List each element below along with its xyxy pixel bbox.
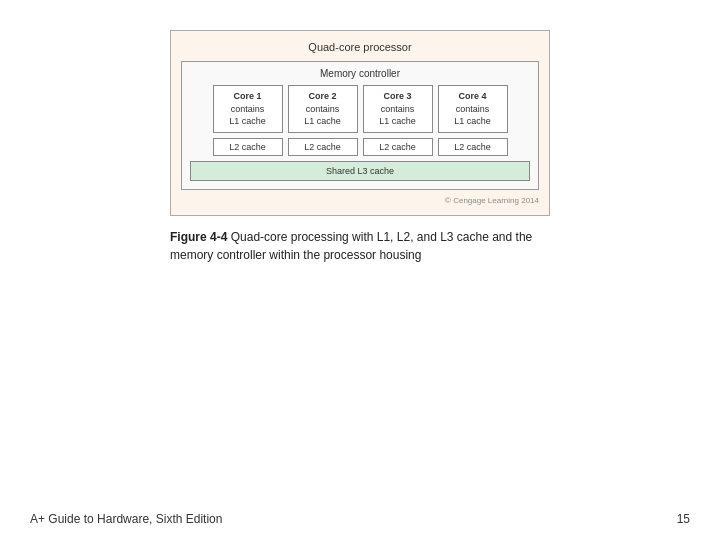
l3-row: Shared L3 cache (190, 161, 530, 181)
core-3-cache: L1 cache (366, 115, 430, 128)
l2-row: L2 cache L2 cache L2 cache L2 cache (190, 138, 530, 156)
footer-right: 15 (677, 512, 690, 526)
core-4-contains: contains (441, 103, 505, 116)
footer: A+ Guide to Hardware, Sixth Edition 15 (0, 512, 720, 526)
cores-row: Core 1 contains L1 cache Core 2 contains… (190, 85, 530, 133)
l3-cache: Shared L3 cache (190, 161, 530, 181)
page-container: Quad-core processor Memory controller Co… (0, 0, 720, 540)
core-box-1: Core 1 contains L1 cache (213, 85, 283, 133)
core-2-cache: L1 cache (291, 115, 355, 128)
l2-cache-3: L2 cache (363, 138, 433, 156)
core-1-cache: L1 cache (216, 115, 280, 128)
figure-caption: Figure 4-4 Quad-core processing with L1,… (170, 228, 550, 264)
core-4-name: Core 4 (441, 90, 505, 103)
core-1-contains: contains (216, 103, 280, 116)
core-3-contains: contains (366, 103, 430, 116)
memory-controller-label: Memory controller (190, 68, 530, 79)
footer-left: A+ Guide to Hardware, Sixth Edition (30, 512, 222, 526)
l2-cache-2: L2 cache (288, 138, 358, 156)
core-box-3: Core 3 contains L1 cache (363, 85, 433, 133)
diagram-wrapper: Quad-core processor Memory controller Co… (170, 30, 550, 216)
memory-controller-box: Memory controller Core 1 contains L1 cac… (181, 61, 539, 190)
core-4-cache: L1 cache (441, 115, 505, 128)
core-box-2: Core 2 contains L1 cache (288, 85, 358, 133)
core-box-4: Core 4 contains L1 cache (438, 85, 508, 133)
core-1-name: Core 1 (216, 90, 280, 103)
caption-bold: Figure 4-4 (170, 230, 227, 244)
l2-cache-1: L2 cache (213, 138, 283, 156)
core-3-name: Core 3 (366, 90, 430, 103)
copyright: © Cengage Learning 2014 (181, 196, 539, 205)
core-2-contains: contains (291, 103, 355, 116)
l2-cache-4: L2 cache (438, 138, 508, 156)
core-2-name: Core 2 (291, 90, 355, 103)
processor-title: Quad-core processor (181, 41, 539, 53)
